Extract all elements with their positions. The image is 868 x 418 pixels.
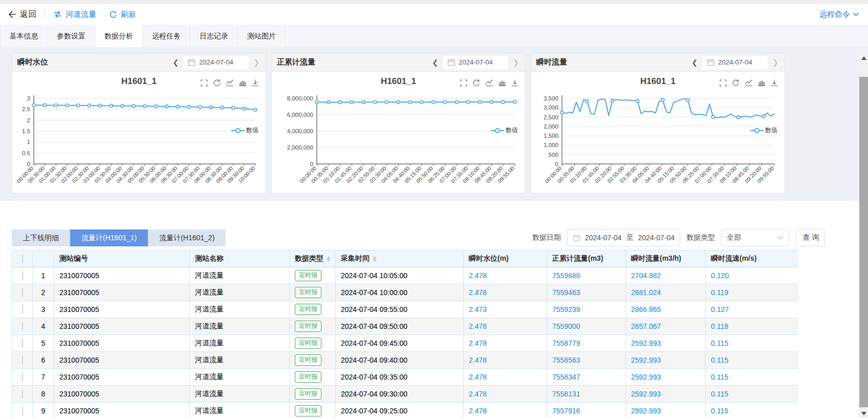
app-window: 返回 河道流量 刷新 远程命令 基本信息 参数设置 数据分析 <box>0 0 868 418</box>
legend-line-symbol <box>750 128 764 133</box>
back-button[interactable]: 返回 <box>7 9 36 20</box>
download-icon[interactable] <box>770 79 778 87</box>
cell-checkbox <box>12 403 33 418</box>
chart-toolbox <box>200 79 259 87</box>
refresh-button[interactable]: 刷新 <box>110 10 136 19</box>
panel-date-picker[interactable]: 2024-07-04 <box>702 56 768 69</box>
scroll-down-button[interactable] <box>859 409 868 418</box>
chart-legend[interactable]: 数值 <box>750 126 777 135</box>
panel-date-value: 2024-07-04 <box>199 58 233 66</box>
row-checkbox[interactable] <box>22 389 23 399</box>
panel-header: 正累计流量 ❮ 2024-07-04 ❯ <box>272 53 525 72</box>
row-checkbox[interactable] <box>22 406 23 415</box>
svg-text:2.5: 2.5 <box>22 106 30 112</box>
row-checkbox[interactable] <box>22 288 23 297</box>
date-filter-label: 数据日期 <box>532 233 561 242</box>
panel-header: 瞬时水位 ❮ 2024-07-04 ❯ <box>12 53 266 72</box>
line-chart[interactable]: 05001,0001,5002,0002,5003,0003,50000:00:… <box>531 72 785 193</box>
cell-station-name: 河道流量 <box>190 284 290 301</box>
next-day-button[interactable]: ❯ <box>771 58 779 67</box>
tab-data-analysis[interactable]: 数据分析 <box>95 25 143 47</box>
table-row: 4 2310070005 河道流量 定时报 2024-07-04 09:50:0… <box>12 318 799 335</box>
cell-velocity: 0.115 <box>706 369 799 386</box>
panel-date-picker[interactable]: 2024-07-04 <box>183 56 249 69</box>
cell-cumulative-flow: 7558779 <box>547 335 626 352</box>
svg-text:2,500: 2,500 <box>544 114 558 120</box>
marquee-zoom-icon[interactable] <box>460 79 468 87</box>
vertical-scrollbar[interactable] <box>859 51 868 418</box>
row-checkbox[interactable] <box>22 271 23 280</box>
col-collect-time: 采集时间 <box>336 250 464 267</box>
date-from-value[interactable]: 2024-07-04 <box>585 234 622 242</box>
data-type-badge: 定时报 <box>295 270 321 281</box>
cell-water-level: 2.478 <box>464 267 547 284</box>
data-type-select[interactable]: 全部 <box>721 229 789 246</box>
tab-parameter-settings[interactable]: 参数设置 <box>48 25 95 47</box>
tab-station-photos[interactable]: 测站图片 <box>238 25 286 47</box>
flow-link[interactable]: 河道流量 <box>53 10 96 19</box>
panel-date-picker[interactable]: 2024-07-04 <box>443 56 508 69</box>
restore-icon[interactable] <box>472 79 481 87</box>
scroll-up-button[interactable] <box>859 54 868 62</box>
select-all-checkbox[interactable] <box>22 254 23 263</box>
row-checkbox[interactable] <box>22 305 23 314</box>
panel-body: 05001,0001,5002,0002,5003,0003,50000:00:… <box>531 72 785 193</box>
legend-label: 数值 <box>765 126 777 135</box>
cell-velocity: 0.119 <box>706 284 799 301</box>
tab-log-records[interactable]: 日志记录 <box>190 25 238 47</box>
subtab-flowmeter-h1601-1[interactable]: 流量计(H1601_1) <box>70 229 148 246</box>
data-type-badge: 定时报 <box>295 354 321 366</box>
prev-day-button[interactable]: ❮ <box>691 58 699 67</box>
next-day-button[interactable]: ❯ <box>512 58 520 67</box>
tab-basic-info[interactable]: 基本信息 <box>0 25 48 47</box>
cell-checkbox <box>12 352 33 369</box>
calendar-icon <box>707 58 714 66</box>
marquee-zoom-icon[interactable] <box>200 79 208 87</box>
subtab-online-detail[interactable]: 上下线明细 <box>12 229 70 246</box>
svg-text:2: 2 <box>27 117 30 123</box>
sort-data-type[interactable] <box>327 256 331 262</box>
row-checkbox[interactable] <box>22 339 23 348</box>
bar-chart-icon[interactable] <box>757 79 766 87</box>
download-icon[interactable] <box>251 79 259 87</box>
cell-instant-flow: 2592.993 <box>626 352 706 369</box>
date-to-value[interactable]: 2024-07-04 <box>638 234 675 242</box>
prev-day-button[interactable]: ❮ <box>431 58 440 67</box>
download-icon[interactable] <box>511 79 519 87</box>
line-chart[interactable]: 00.511.522.5300:00:0000:30:0001:00:0001:… <box>12 72 266 193</box>
date-range-picker[interactable]: 2024-07-04 至 2024-07-04 <box>567 229 680 246</box>
marquee-zoom-icon[interactable] <box>719 79 727 87</box>
svg-text:2,000,000: 2,000,000 <box>287 144 313 151</box>
line-chart-icon[interactable] <box>226 79 234 87</box>
chart-legend[interactable]: 数值 <box>491 126 518 135</box>
cell-instant-flow: 2657.067 <box>626 318 706 335</box>
bar-chart-icon[interactable] <box>498 79 506 87</box>
row-checkbox[interactable] <box>22 372 23 382</box>
data-type-badge: 定时报 <box>295 388 321 400</box>
line-chart[interactable]: 02,000,0004,000,0006,000,0008,000,00000:… <box>272 72 525 193</box>
line-chart-icon[interactable] <box>485 79 493 87</box>
data-type-badge: 定时报 <box>295 321 321 332</box>
svg-text:1.5: 1.5 <box>22 128 30 134</box>
cell-station-id: 2310070005 <box>54 352 190 369</box>
row-checkbox[interactable] <box>22 322 23 331</box>
line-chart-icon[interactable] <box>745 79 753 87</box>
sort-collect-time[interactable] <box>373 256 377 262</box>
chart-legend[interactable]: 数值 <box>231 126 258 135</box>
cell-cumulative-flow: 7558131 <box>547 386 626 403</box>
row-checkbox[interactable] <box>22 356 23 365</box>
restore-icon[interactable] <box>732 79 740 87</box>
next-day-button[interactable]: ❯ <box>252 58 261 67</box>
remote-command-dropdown[interactable]: 远程命令 <box>819 10 859 19</box>
restore-icon[interactable] <box>213 79 221 87</box>
tab-remote-tasks[interactable]: 远程任务 <box>143 25 190 47</box>
prev-day-button[interactable]: ❮ <box>172 58 180 67</box>
query-button[interactable]: 查询 <box>795 229 825 246</box>
bar-chart-icon[interactable] <box>238 79 247 87</box>
cell-checkbox <box>12 267 33 284</box>
subtab-flowmeter-h1601-2[interactable]: 流量计(H1601_2) <box>148 229 226 246</box>
cell-index: 6 <box>33 352 54 369</box>
scrollbar-thumb[interactable] <box>859 77 868 407</box>
col-data-type: 数据类型 <box>290 250 336 267</box>
scroll-down-icon <box>861 412 866 415</box>
